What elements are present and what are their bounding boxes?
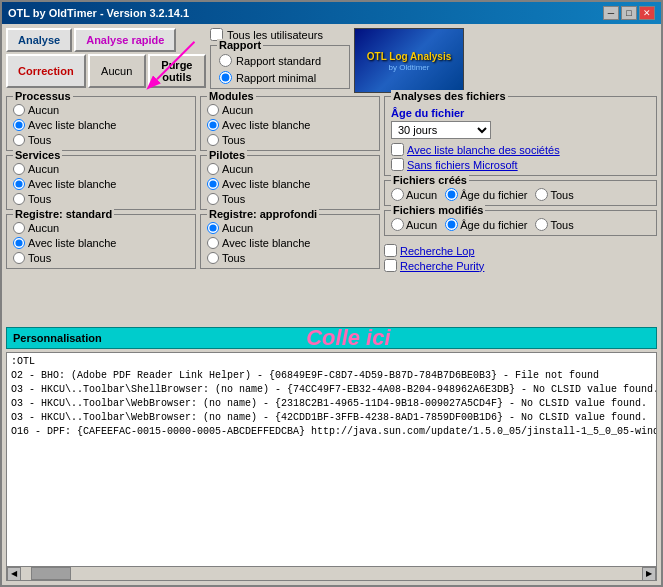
societes-checkbox[interactable] [391,143,404,156]
analyses-legend: Analyses des fichiers [391,90,508,102]
registre-standard-avec-liste-radio[interactable] [13,237,25,249]
scroll-left-button[interactable]: ◀ [7,567,21,581]
fichiers-crees-group: Fichiers créés Aucun Âge du fichier T [384,180,657,206]
registre-standard-tous: Tous [13,252,189,264]
registre-approfondi-group: Registre: approfondi Aucun Avec liste bl… [200,214,380,269]
registre-standard-avec-liste: Avec liste blanche [13,237,189,249]
pilotes-tous-radio[interactable] [207,193,219,205]
rapport-standard-radio[interactable] [219,54,232,67]
personalisation-label: Personnalisation [13,332,102,344]
microsoft-checkbox[interactable] [391,158,404,171]
modules-aucun-radio[interactable] [207,104,219,116]
fichiers-crees-aucun-label: Aucun [406,189,437,201]
recherche-lop-checkbox[interactable] [384,244,397,257]
right-panels: Analyses des fichiers Âge du fichier 30 … [384,96,657,324]
pilotes-avec-liste-label: Avec liste blanche [222,178,310,190]
correction-button[interactable]: Correction [6,54,86,88]
registre-standard-aucun-radio[interactable] [13,222,25,234]
services-avec-liste: Avec liste blanche [13,178,189,190]
rapport-minimal-radio[interactable] [219,71,232,84]
logo-title: OTL Log Analysis [367,50,451,63]
analyse-rapide-button[interactable]: Analyse rapide [74,28,176,52]
registre-approfondi-avec-liste-radio[interactable] [207,237,219,249]
pilotes-legend: Pilotes [207,149,247,161]
processus-tous: Tous [13,134,189,146]
fichiers-modifies-options: Aucun Âge du fichier Tous [391,218,650,231]
rapport-standard-option: Rapport standard [219,54,341,67]
registre-standard-avec-liste-label: Avec liste blanche [28,237,116,249]
top-button-row: Analyse Analyse rapide [6,28,206,52]
scroll-right-button[interactable]: ▶ [642,567,656,581]
personalisation-bar: Personnalisation Colle ici [6,327,657,349]
fichiers-modifies-tous: Tous [535,218,573,231]
registre-approfondi-aucun-radio[interactable] [207,222,219,234]
fichiers-modifies-age-label: Âge du fichier [460,219,527,231]
fichiers-crees-aucun-radio[interactable] [391,188,404,201]
fichiers-modifies-tous-radio[interactable] [535,218,548,231]
microsoft-link[interactable]: Sans fichiers Microsoft [407,159,518,171]
log-content: :OTL O2 - BHO: (Adobe PDF Reader Link He… [7,353,656,567]
recherche-lop-row: Recherche Lop [384,244,657,257]
close-button[interactable]: ✕ [639,6,655,20]
modules-aucun-label: Aucun [222,104,253,116]
rapport-standard-label: Rapport standard [236,55,321,67]
fichiers-modifies-age-radio[interactable] [445,218,458,231]
pilotes-aucun: Aucun [207,163,373,175]
registre-approfondi-tous: Tous [207,252,373,264]
societes-link[interactable]: Avec liste blanche des sociétés [407,144,560,156]
fichiers-crees-legend: Fichiers créés [391,174,469,186]
registre-approfondi-avec-liste-label: Avec liste blanche [222,237,310,249]
rapport-minimal-option: Rapport minimal [219,71,341,84]
analyse-button[interactable]: Analyse [6,28,72,52]
recherche-purity-link[interactable]: Recherche Purity [400,260,484,272]
fichiers-crees-tous-label: Tous [550,189,573,201]
processus-aucun-label: Aucun [28,104,59,116]
pilotes-group: Pilotes Aucun Avec liste blanche Tous [200,155,380,210]
pilotes-avec-liste: Avec liste blanche [207,178,373,190]
services-aucun: Aucun [13,163,189,175]
services-tous-radio[interactable] [13,193,25,205]
fichiers-modifies-age: Âge du fichier [445,218,527,231]
processus-legend: Processus [13,90,73,102]
recherche-purity-row: Recherche Purity [384,259,657,272]
colle-ici-text: Colle ici [306,325,390,351]
pilotes-avec-liste-radio[interactable] [207,178,219,190]
log-line-5: O16 - DPF: {CAFEEFAC-0015-0000-0005-ABCD… [11,425,652,439]
fichiers-crees-tous-radio[interactable] [535,188,548,201]
fichiers-crees-options: Aucun Âge du fichier Tous [391,188,650,201]
recherche-purity-checkbox[interactable] [384,259,397,272]
age-select[interactable]: 30 jours 60 jours 90 jours [391,121,491,139]
pilotes-aucun-radio[interactable] [207,163,219,175]
pilotes-aucun-label: Aucun [222,163,253,175]
pilotes-tous: Tous [207,193,373,205]
log-line-3: O3 - HKCU\..Toolbar\WebBrowser: (no name… [11,397,652,411]
services-tous-label: Tous [28,193,51,205]
fichiers-modifies-aucun-radio[interactable] [391,218,404,231]
processus-tous-radio[interactable] [13,134,25,146]
registre-standard-tous-radio[interactable] [13,252,25,264]
fichiers-crees-age-radio[interactable] [445,188,458,201]
minimize-button[interactable]: ─ [603,6,619,20]
services-avec-liste-radio[interactable] [13,178,25,190]
horizontal-scrollbar[interactable]: ◀ ▶ [7,566,656,580]
modules-avec-liste-radio[interactable] [207,119,219,131]
registre-approfondi-tous-radio[interactable] [207,252,219,264]
log-line-4: O3 - HKCU\..Toolbar\WebBrowser: (no name… [11,411,652,425]
fichiers-crees-aucun: Aucun [391,188,437,201]
purge-button[interactable]: Purge outils [148,54,206,88]
services-group: Services Aucun Avec liste blanche Tous [6,155,196,210]
processus-avec-liste-radio[interactable] [13,119,25,131]
scroll-track-horizontal[interactable] [21,567,642,580]
window-title: OTL by OldTimer - Version 3.2.14.1 [8,7,189,19]
rapport-minimal-label: Rapport minimal [236,72,316,84]
processus-aucun-radio[interactable] [13,104,25,116]
services-aucun-radio[interactable] [13,163,25,175]
maximize-button[interactable]: □ [621,6,637,20]
aucun-button[interactable]: Aucun [88,54,146,88]
services-avec-liste-label: Avec liste blanche [28,178,116,190]
registre-approfondi-aucun: Aucun [207,222,373,234]
fichiers-crees-age: Âge du fichier [445,188,527,201]
recherche-lop-link[interactable]: Recherche Lop [400,245,475,257]
log-line-2: O3 - HKCU\..Toolbar\ShellBrowser: (no na… [11,383,652,397]
modules-tous-radio[interactable] [207,134,219,146]
